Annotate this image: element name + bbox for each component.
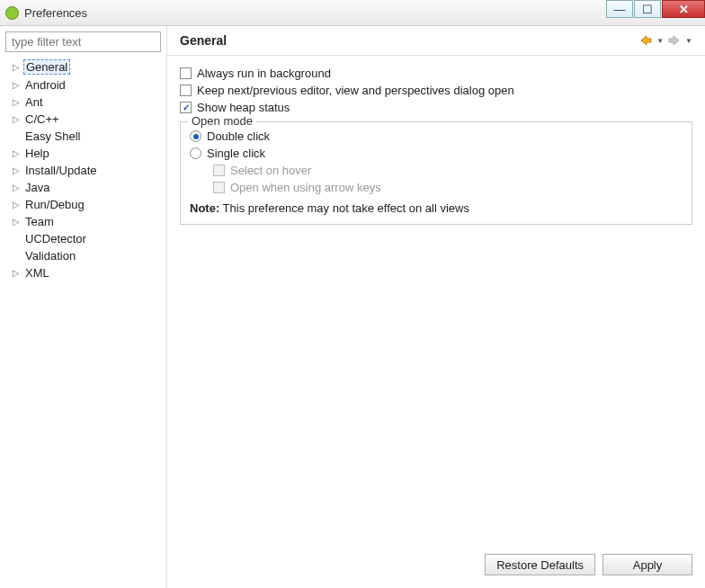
tree-item-label: General xyxy=(23,59,70,75)
expand-icon[interactable]: ▷ xyxy=(13,80,23,90)
expand-icon[interactable]: ▷ xyxy=(13,62,23,72)
window-title: Preferences xyxy=(24,6,87,20)
tree-item-label: Install/Update xyxy=(23,164,99,177)
expand-icon[interactable]: ▷ xyxy=(13,217,23,227)
expand-icon[interactable]: ▷ xyxy=(13,97,23,107)
note-row: Note: This preference may not take effec… xyxy=(190,201,683,215)
tree-item-label: Java xyxy=(23,181,51,194)
tree-item-install-update[interactable]: ▷Install/Update xyxy=(5,162,161,179)
page-title: General xyxy=(180,33,227,48)
radio-single-click[interactable] xyxy=(190,147,201,159)
maximize-button[interactable]: ☐ xyxy=(634,0,661,18)
page-header: General ▼ ▼ xyxy=(167,26,705,56)
label-single-click: Single click xyxy=(207,147,265,160)
expand-icon[interactable]: ▷ xyxy=(13,200,23,209)
expand-icon[interactable]: ▷ xyxy=(13,165,23,175)
tree-item-java[interactable]: ▷Java xyxy=(5,179,161,196)
tree-item-ucdetector[interactable]: ▷UCDetector xyxy=(5,230,161,247)
tree-item-help[interactable]: ▷Help xyxy=(5,145,161,162)
tree-item-run-debug[interactable]: ▷Run/Debug xyxy=(5,196,161,213)
tree-item-label: Validation xyxy=(23,249,77,263)
tree-item-label: Team xyxy=(23,215,56,228)
tree-item-label: Android xyxy=(23,78,67,92)
label-keep-editor: Keep next/previous editor, view and pers… xyxy=(197,84,514,97)
label-run-background: Always run in background xyxy=(197,67,331,80)
sidebar: ▷General▷Android▷Ant▷C/C++▷Easy Shell▷He… xyxy=(0,26,167,588)
open-mode-group: Open mode Double click Single click Sele… xyxy=(180,121,692,225)
expand-icon[interactable]: ▷ xyxy=(13,114,23,124)
tree-item-android[interactable]: ▷Android xyxy=(5,76,161,94)
checkbox-run-background[interactable] xyxy=(180,67,192,79)
note-label: Note: xyxy=(190,201,219,215)
tree-item-xml[interactable]: ▷XML xyxy=(5,264,161,281)
radio-double-click[interactable] xyxy=(190,130,201,142)
tree-item-c-c-[interactable]: ▷C/C++ xyxy=(5,111,161,128)
label-open-arrow: Open when using arrow keys xyxy=(230,181,381,194)
close-button[interactable]: ✕ xyxy=(662,0,705,18)
note-text: This preference may not take effect on a… xyxy=(223,201,469,215)
page-content: Always run in background Keep next/previ… xyxy=(167,56,705,545)
app-icon xyxy=(5,6,19,20)
checkbox-open-arrow xyxy=(213,182,225,193)
apply-button[interactable]: Apply xyxy=(602,554,692,575)
main-panel: General ▼ ▼ Always run in background Kee… xyxy=(167,26,705,588)
tree-item-team[interactable]: ▷Team xyxy=(5,213,161,230)
back-menu-icon[interactable]: ▼ xyxy=(656,37,664,45)
label-select-hover: Select on hover xyxy=(230,164,311,177)
tree-item-general[interactable]: ▷General xyxy=(5,58,161,76)
expand-icon[interactable]: ▷ xyxy=(13,148,23,158)
expand-icon[interactable]: ▷ xyxy=(13,268,23,278)
tree-item-ant[interactable]: ▷Ant xyxy=(5,94,161,111)
tree-item-label: Easy Shell xyxy=(23,129,82,143)
window-controls: — ☐ ✕ xyxy=(605,0,705,18)
tree-item-label: XML xyxy=(23,266,51,280)
window-titlebar: Preferences — ☐ ✕ xyxy=(0,0,705,26)
tree-item-label: Ant xyxy=(23,95,45,109)
tree-item-label: Run/Debug xyxy=(23,198,86,211)
label-heap-status: Show heap status xyxy=(197,101,290,114)
minimize-button[interactable]: — xyxy=(606,0,633,18)
label-double-click: Double click xyxy=(207,129,270,143)
forward-arrow-icon[interactable] xyxy=(667,33,682,48)
checkbox-keep-editor[interactable] xyxy=(180,85,192,96)
tree-item-validation[interactable]: ▷Validation xyxy=(5,247,161,264)
checkbox-heap-status[interactable] xyxy=(180,102,192,113)
filter-input[interactable] xyxy=(5,31,161,52)
expand-icon[interactable]: ▷ xyxy=(13,183,23,192)
tree-item-label: Help xyxy=(23,147,51,160)
forward-menu-icon[interactable]: ▼ xyxy=(685,37,692,45)
tree-item-label: UCDetector xyxy=(23,232,88,245)
back-arrow-icon[interactable] xyxy=(638,33,653,48)
category-tree: ▷General▷Android▷Ant▷C/C++▷Easy Shell▷He… xyxy=(5,58,161,281)
tree-item-label: C/C++ xyxy=(23,112,61,126)
footer: Restore Defaults Apply xyxy=(167,545,705,588)
restore-defaults-button[interactable]: Restore Defaults xyxy=(485,554,595,575)
open-mode-legend: Open mode xyxy=(188,114,256,128)
tree-item-easy-shell[interactable]: ▷Easy Shell xyxy=(5,128,161,145)
checkbox-select-hover xyxy=(213,165,225,176)
